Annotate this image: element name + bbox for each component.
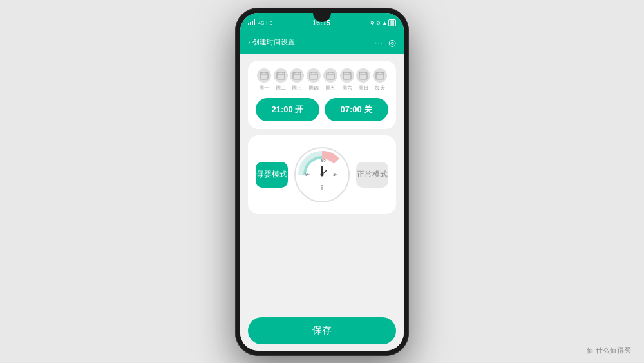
svg-rect-28: [376, 72, 384, 79]
back-button[interactable]: ‹ 创建时间设置: [248, 37, 295, 47]
day-icon-friday: [323, 68, 337, 83]
svg-rect-8: [293, 72, 301, 79]
svg-rect-16: [327, 72, 334, 79]
day-everyday[interactable]: 每天: [373, 68, 387, 92]
day-saturday[interactable]: 周六: [340, 68, 354, 92]
normal-mode-button[interactable]: 正常模式: [356, 162, 388, 188]
svg-text:6: 6: [321, 184, 323, 189]
back-arrow-icon: ‹: [248, 39, 251, 46]
main-content: 周一 周二: [240, 54, 404, 351]
no-signal-icon: ⊘: [376, 20, 381, 26]
svg-rect-4: [277, 72, 285, 79]
clock: 12 3 6 9: [293, 146, 351, 204]
svg-rect-20: [343, 72, 351, 79]
status-right: ✲ ⊘ ▲ ▓: [370, 19, 396, 26]
save-button[interactable]: 保存: [248, 317, 396, 344]
on-time-button[interactable]: 21:00 开: [256, 98, 319, 121]
target-icon[interactable]: ◎: [388, 37, 396, 48]
battery-icon: ▓: [388, 19, 396, 26]
day-icon-everyday: [373, 68, 387, 83]
day-icon-sunday: [356, 68, 370, 83]
watermark-icon: 值: [587, 346, 594, 354]
day-sunday[interactable]: 周日: [356, 68, 370, 92]
day-wednesday[interactable]: 周三: [290, 68, 304, 92]
title-text: 创建时间设置: [252, 37, 295, 47]
day-icon-monday: [257, 68, 271, 83]
network-icon: 4G: [258, 21, 264, 25]
status-bar: 4G HD 16:15 ✲ ⊘ ▲ ▓: [240, 13, 404, 31]
wifi-icon: ▲: [382, 20, 387, 26]
mode-card: 母婴模式: [248, 135, 396, 214]
day-label-monday: 周一: [259, 84, 269, 92]
off-time-button[interactable]: 07:00 关: [325, 98, 388, 121]
day-label-tuesday: 周二: [276, 84, 286, 92]
day-friday[interactable]: 周五: [323, 68, 337, 92]
phone-frame: 4G HD 16:15 ✲ ⊘ ▲ ▓ ‹ 创建时间设置 ··· ◎: [235, 8, 409, 356]
day-label-thursday: 周四: [308, 84, 319, 92]
watermark-text: 什么值得买: [596, 346, 631, 354]
svg-text:12: 12: [321, 159, 326, 163]
watermark: 值 什么值得买: [587, 346, 631, 355]
status-left: 4G HD: [248, 19, 272, 26]
day-label-friday: 周五: [325, 84, 336, 92]
day-label-wednesday: 周三: [292, 84, 302, 92]
title-bar: ‹ 创建时间设置 ··· ◎: [240, 31, 404, 54]
svg-rect-0: [260, 72, 268, 79]
day-icon-saturday: [340, 68, 354, 83]
svg-rect-12: [310, 72, 317, 79]
clock-svg: 12 3 6 9: [293, 146, 351, 204]
day-label-saturday: 周六: [342, 84, 352, 92]
time-buttons: 21:00 开 07:00 关: [256, 98, 388, 121]
signal-icon: [248, 19, 255, 26]
day-tuesday[interactable]: 周二: [274, 68, 288, 92]
day-icon-tuesday: [274, 68, 288, 83]
svg-text:3: 3: [333, 172, 336, 177]
time-display: 16:15: [312, 19, 330, 26]
day-label-sunday: 周日: [358, 84, 368, 92]
phone-screen: 4G HD 16:15 ✲ ⊘ ▲ ▓ ‹ 创建时间设置 ··· ◎: [240, 13, 404, 351]
menu-dots-icon[interactable]: ···: [375, 38, 383, 47]
day-icon-thursday: [307, 68, 321, 83]
wifi-signal: HD: [266, 21, 272, 25]
schedule-card: 周一 周二: [248, 61, 396, 129]
svg-text:9: 9: [305, 172, 308, 177]
day-thursday[interactable]: 周四: [307, 68, 321, 92]
title-actions: ··· ◎: [375, 37, 396, 48]
svg-rect-24: [359, 72, 367, 79]
baby-mode-button[interactable]: 母婴模式: [256, 162, 288, 188]
day-icon-wednesday: [290, 68, 304, 83]
day-monday[interactable]: 周一: [257, 68, 271, 92]
days-row: 周一 周二: [256, 68, 388, 92]
bluetooth-icon: ✲: [370, 20, 375, 26]
svg-point-44: [321, 173, 324, 176]
day-label-everyday: 每天: [375, 84, 385, 92]
